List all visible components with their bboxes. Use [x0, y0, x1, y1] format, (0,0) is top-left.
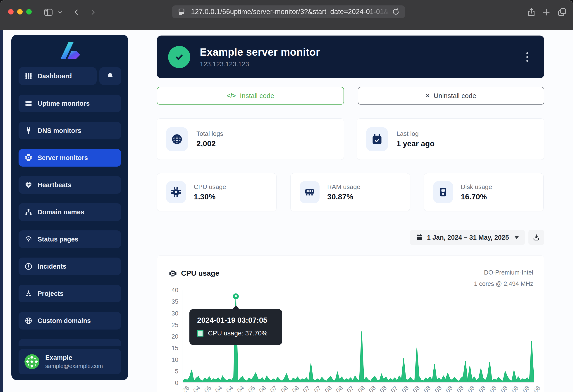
- close-window-button[interactable]: [8, 9, 14, 15]
- sidebar-item-domain-names[interactable]: Domain names: [18, 203, 121, 221]
- kebab-menu-icon[interactable]: [522, 52, 533, 62]
- chart-plot-area: 2024-01-19 03:07:05 CPU usage: 37.70%: [183, 291, 534, 382]
- x-tick-label: 05: [203, 385, 213, 392]
- stat-value: 2,002: [197, 139, 223, 148]
- address-bar[interactable]: 127.0.0.1/66uptime/server-monitor/3?&sta…: [172, 5, 405, 18]
- x-tick-label: 08: [335, 385, 344, 392]
- tooltip-value: CPU usage: 37.70%: [208, 330, 268, 337]
- forward-button[interactable]: [87, 6, 99, 18]
- x-icon: ×: [426, 92, 430, 99]
- x-tick-label: 08: [521, 385, 531, 392]
- share-icon[interactable]: [525, 6, 537, 18]
- nodes-icon: [24, 289, 33, 298]
- plug-icon: [24, 126, 33, 135]
- zoom-window-button[interactable]: [26, 9, 32, 15]
- stat-label: Total logs: [197, 130, 223, 137]
- app-logo[interactable]: [18, 35, 121, 67]
- stat-label: RAM usage: [327, 183, 360, 191]
- x-tick-label: 08: [280, 385, 289, 392]
- sidebar-item-status-pages[interactable]: Status pages: [18, 231, 121, 248]
- calendar-icon: [416, 234, 423, 241]
- stat-label: Last log: [396, 130, 434, 137]
- sidebar-item-label: Domain names: [37, 208, 84, 216]
- tooltip-date: 2024-01-19 03:07:05: [197, 316, 274, 324]
- new-tab-icon[interactable]: [540, 6, 552, 18]
- page-icon: [177, 7, 186, 16]
- sidebar-nav: Uptime monitorsDNS monitorsServer monito…: [18, 95, 121, 330]
- x-tick-label: 08: [291, 385, 301, 392]
- cpu-chip-icon: [169, 269, 177, 277]
- x-tick-label: 04: [236, 385, 246, 392]
- code-icon: </>: [227, 92, 235, 99]
- x-tick-label: 08: [378, 385, 388, 392]
- status-ok-icon: [168, 46, 190, 68]
- x-tick-label: 08: [433, 385, 443, 392]
- chip-f-icon: [171, 187, 181, 197]
- sidebar-item-clipped[interactable]: [18, 339, 121, 346]
- sidebar-item-dns-monitors[interactable]: DNS monitors: [18, 122, 121, 139]
- heart-icon: [24, 181, 33, 189]
- stat-value: 30.87%: [327, 192, 360, 201]
- stat-label: Disk usage: [461, 183, 492, 191]
- sidebar-item-custom-domains[interactable]: Custom domains: [18, 312, 121, 330]
- sidebar-item-label: Uptime monitors: [37, 100, 90, 107]
- monitor-header-card: Example server monitor 123.123.123.123: [157, 36, 544, 78]
- x-tick-label: 08: [466, 385, 476, 392]
- ram-f-icon: [304, 187, 315, 197]
- sidebar-toggle-icon[interactable]: [43, 6, 54, 18]
- sidebar-item-label: Incidents: [37, 263, 66, 270]
- x-tick-label: 04: [225, 385, 235, 392]
- tooltip-arrow: [232, 305, 239, 309]
- sidebar-item-dashboard[interactable]: Dashboard: [18, 67, 97, 85]
- user-email: sample@example.com: [45, 363, 103, 369]
- server-icon: [24, 99, 33, 107]
- cpu-usage-chart-card: CPU usage DO-Premium-Intel 1 cores @ 2,4…: [157, 255, 544, 392]
- x-tick-label: 08: [400, 385, 410, 392]
- x-tick-label: 04: [192, 385, 202, 392]
- uninstall-code-button[interactable]: × Uninstall code: [358, 87, 544, 105]
- minimize-window-button[interactable]: [17, 9, 23, 15]
- sidebar-item-incidents[interactable]: Incidents: [18, 258, 121, 275]
- disk-f-icon: [438, 187, 448, 197]
- y-tick-label: 35: [157, 298, 178, 305]
- x-tick-label: 08: [444, 385, 454, 392]
- x-tick-label: 07: [346, 385, 355, 392]
- monitor-ip: 123.123.123.123: [200, 60, 522, 68]
- stat-icon-tile: [166, 181, 186, 203]
- y-tick-label: 15: [157, 345, 178, 352]
- download-button[interactable]: [528, 230, 544, 245]
- server-name: DO-Premium-Intel: [474, 267, 533, 278]
- user-profile[interactable]: Example sample@example.com: [18, 349, 121, 374]
- y-tick-label: 30: [157, 310, 178, 317]
- stat-label: CPU usage: [194, 183, 226, 191]
- notifications-button[interactable]: [99, 67, 121, 85]
- sidebar-item-projects[interactable]: Projects: [18, 285, 121, 302]
- sidebar: Dashboard Uptime monitorsDNS monitorsSer…: [11, 35, 128, 380]
- stat-card-ram-usage: RAM usage30.87%: [290, 173, 410, 211]
- x-tick-label: 08: [510, 385, 520, 392]
- stat-card-total-logs: Total logs2,002: [157, 118, 344, 160]
- x-tick-label: 08: [412, 385, 421, 392]
- x-tick-label: 08: [477, 385, 487, 392]
- chart-title: CPU usage: [181, 269, 219, 277]
- dashboard-grid-icon: [24, 72, 33, 80]
- browser-toolbar: 127.0.0.1/66uptime/server-monitor/3?&sta…: [0, 0, 573, 30]
- install-code-button[interactable]: </> Install code: [157, 87, 344, 105]
- window-left-edge: [0, 30, 3, 392]
- tab-overview-icon[interactable]: [556, 6, 568, 18]
- x-tick-label: 08: [532, 385, 542, 392]
- date-range-picker[interactable]: 1 Jan, 2024 – 31 May, 2025: [410, 230, 525, 245]
- x-tick-label: 05: [247, 385, 257, 392]
- x-axis-labels: 2604050404040508070808070708080708080807…: [183, 386, 534, 392]
- sidebar-item-label: Custom domains: [37, 317, 91, 324]
- sidebar-item-uptime-monitors[interactable]: Uptime monitors: [18, 95, 121, 112]
- chevron-down-icon[interactable]: [56, 6, 64, 18]
- browser-window: 127.0.0.1/66uptime/server-monitor/3?&sta…: [0, 0, 573, 392]
- url-text: 127.0.0.1/66uptime/server-monitor/3?&sta…: [191, 8, 392, 16]
- sidebar-item-server-monitors[interactable]: Server monitors: [18, 149, 121, 167]
- reload-icon[interactable]: [392, 7, 400, 16]
- x-tick-label: 26: [181, 385, 191, 392]
- sidebar-item-heartbeats[interactable]: Heartbeats: [18, 176, 121, 194]
- stat-icon-tile: [433, 181, 453, 203]
- back-button[interactable]: [71, 6, 82, 18]
